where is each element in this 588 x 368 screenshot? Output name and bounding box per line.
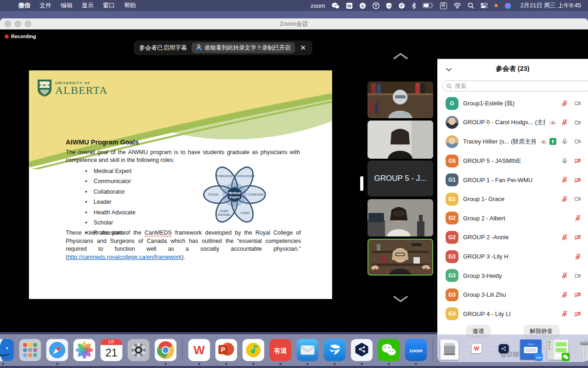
svg-text:P: P	[221, 346, 225, 353]
participant-row[interactable]: G3Group 3-Lili Zhu	[437, 285, 588, 305]
avatar: G2	[446, 231, 458, 244]
menu-item-2[interactable]: 显示	[77, 2, 98, 9]
menu-item-3[interactable]: 窗口	[98, 2, 119, 9]
spotlight-icon[interactable]	[464, 2, 477, 9]
participant-row[interactable]: GROUP 0 - Carol Hodgs... (主持人)	[437, 113, 588, 132]
shared-screen-slide: UNIVERSITY OF ALBERTA AIWMU Program Goal…	[29, 70, 332, 299]
participant-row[interactable]: Tracey Hillier (s... (联席主持人)	[437, 132, 588, 151]
dock-zoom-icon[interactable]: zoom	[405, 339, 428, 362]
dock-tencent-docs-icon[interactable]	[351, 339, 373, 362]
footer-text: These roles are part of the	[66, 230, 145, 236]
dock-min-zoom-window-icon[interactable]: zoomzoom	[520, 339, 543, 362]
search-icon	[447, 83, 452, 89]
svg-text:zoom: zoom	[536, 356, 542, 358]
participant-name: Group 2 - Albert	[463, 215, 505, 222]
participant-row[interactable]: G3Group 3-Heidy	[437, 266, 588, 285]
mic-muted-icon	[561, 119, 568, 126]
app-hexagon-status-icon[interactable]	[395, 2, 408, 9]
dock-youdao-icon[interactable]: 有道	[269, 339, 292, 362]
mic-muted-icon	[561, 176, 568, 184]
participant-search[interactable]	[442, 80, 588, 92]
svg-text:Communicator: Communicator	[235, 174, 255, 178]
camera-on-icon	[574, 119, 582, 126]
dock-qqmusic-icon[interactable]	[242, 339, 265, 362]
dock-min-dark-icon[interactable]	[492, 339, 515, 362]
input-source-icon[interactable]: 拼	[437, 2, 450, 9]
menu-item-1[interactable]: 编辑	[56, 2, 77, 9]
dock-launchpad-icon[interactable]	[19, 339, 42, 362]
dock-min-doc-icon[interactable]	[438, 339, 461, 362]
svg-text:有道: 有道	[274, 347, 288, 354]
participant-row[interactable]: G2GROUP 2 -Annie	[437, 228, 588, 247]
dock-finder-icon[interactable]	[0, 339, 15, 362]
camera-on-icon	[574, 100, 582, 107]
cloud-recording-icon	[549, 120, 556, 125]
mic-muted-icon	[561, 291, 568, 299]
camera-on-icon	[574, 196, 582, 202]
video-thumb-bookshelf[interactable]	[368, 81, 433, 118]
footer-spellcheck-word: CanMEDS	[145, 230, 172, 236]
dock-trash-icon[interactable]	[574, 339, 588, 362]
scroll-down-chevron-icon[interactable]	[391, 294, 410, 304]
participant-name: Group 1- Grace	[463, 196, 504, 202]
participant-row[interactable]: G3GROUP 3 -Lily H	[437, 247, 588, 266]
search-input[interactable]	[454, 82, 587, 90]
dock-min-wps-icon[interactable]: W	[465, 339, 488, 362]
app-y-status-icon[interactable]	[369, 2, 383, 9]
participant-row[interactable]: G2Group 2 - Albert	[437, 209, 588, 228]
dock-min-wechat-window-icon[interactable]	[547, 339, 570, 362]
scroll-up-chevron-icon[interactable]	[391, 52, 410, 61]
notification-dot-icon[interactable]	[491, 4, 501, 7]
wifi-icon[interactable]	[450, 3, 464, 9]
bluetooth-icon[interactable]	[408, 2, 419, 9]
wechat-status-icon[interactable]	[328, 2, 343, 9]
transcript-notice-pill[interactable]: 谁能看到此转录文字？录制已开启	[192, 42, 295, 53]
menu-app-name[interactable]: 微信	[14, 1, 35, 10]
video-thumb-grey-room[interactable]	[368, 199, 433, 236]
participant-row[interactable]: GGroup1-Estelle (我)	[437, 94, 588, 113]
dock-wechat-icon[interactable]	[378, 339, 401, 362]
dock-dingtalk-icon[interactable]	[323, 339, 346, 362]
control-center-icon[interactable]	[477, 3, 491, 8]
menu-clock[interactable]: 2月21日 周三 上午9:45	[514, 1, 584, 10]
svg-text:Health: Health	[220, 209, 228, 213]
siri-icon[interactable]	[501, 2, 514, 9]
dock-wps-icon[interactable]: W	[188, 339, 211, 362]
strip-collapse-handle[interactable]	[360, 176, 363, 191]
running-indicator-dot	[307, 363, 309, 365]
caption-notice-text: 参会者已启用字幕	[139, 44, 187, 52]
app-shield-status-icon[interactable]	[383, 2, 395, 9]
mic-on-icon	[561, 138, 568, 145]
participant-name: Group 3-Lili Zhu	[463, 291, 506, 298]
mic-muted-icon	[574, 214, 582, 222]
dock-photos-icon[interactable]	[73, 339, 96, 362]
dock-settings-icon[interactable]	[127, 339, 150, 362]
zoom-menu-label[interactable]: zoom	[307, 2, 328, 9]
participant-row[interactable]: G4GROUP 4 - Lily LI	[437, 305, 588, 324]
dock-calendar-icon[interactable]: 2月21	[100, 339, 123, 362]
app-g-status-icon[interactable]: G	[356, 2, 369, 9]
avatar: G1	[446, 193, 458, 206]
participant-row[interactable]: G1GROUP 1 - Fan Pei-WMU	[437, 170, 588, 190]
participant-row[interactable]: G1Group 1- Grace	[437, 190, 588, 209]
running-indicator-dot	[415, 363, 417, 365]
university-of-alberta-logo: UNIVERSITY OF ALBERTA	[37, 79, 107, 97]
camera-on-icon	[574, 272, 582, 279]
dock-mail-icon[interactable]	[296, 339, 319, 362]
svg-text:Expert: Expert	[230, 196, 240, 199]
participant-row[interactable]: G5GROUP 5 - JASMINE	[437, 151, 588, 171]
dock-safari-icon[interactable]	[46, 339, 69, 362]
video-thumb-white-room[interactable]	[368, 121, 433, 159]
menu-item-0[interactable]: 文件	[35, 2, 56, 9]
recording-indicator: Recording	[5, 34, 36, 39]
dock-powerpoint-icon[interactable]: P	[215, 339, 238, 362]
alberta-shield-icon	[37, 79, 52, 97]
video-thumb-shelf-room-active-speaker[interactable]	[368, 239, 433, 276]
word-status-icon[interactable]: W	[343, 2, 356, 9]
video-thumb-no-video[interactable]: GROUP 5 - J...	[368, 161, 433, 196]
menu-item-4[interactable]: 帮助	[119, 2, 141, 9]
panel-collapse-chevron-icon[interactable]	[446, 65, 452, 74]
dock-chrome-icon[interactable]	[154, 339, 177, 362]
battery-icon[interactable]	[419, 3, 437, 8]
close-icon[interactable]: ✕	[300, 44, 307, 52]
